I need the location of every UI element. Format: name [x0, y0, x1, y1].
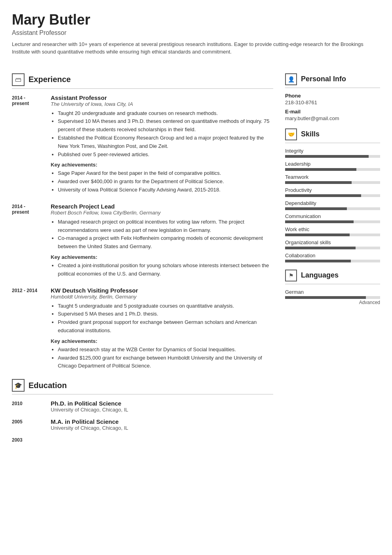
exp-bullet: Supervised 10 MA theses and 3 Ph.D. thes…: [58, 117, 273, 134]
exp-title: Assistant Professor: [51, 94, 273, 101]
exp-entry: 2012 - 2014KW Deutsch Visiting Professor…: [12, 287, 273, 371]
exp-title: KW Deutsch Visiting Professor: [51, 287, 273, 294]
full-name: Mary Butler: [12, 12, 380, 28]
skill-bar-bg: [285, 181, 380, 184]
exp-detail: KW Deutsch Visiting ProfessorHumboldt Un…: [51, 287, 273, 371]
exp-date: 2014 - present: [12, 94, 44, 194]
skill-name: Productivity: [285, 187, 380, 193]
edu-date: 2003: [12, 436, 44, 443]
skill-bar-fill: [285, 233, 350, 236]
skill-bar-bg: [285, 220, 380, 223]
lang-bar-bg: [285, 296, 380, 299]
achievement-item: Created a joint-institutional position f…: [58, 262, 273, 278]
exp-bullet: Taught 5 undergraduate and 5 postgraduat…: [58, 302, 273, 310]
languages-list: GermanAdvanced: [285, 289, 380, 305]
education-entries: 2010Ph.D. in Political ScienceUniversity…: [12, 400, 273, 443]
languages-title: Languages: [301, 271, 339, 279]
skill-bar-fill: [285, 155, 369, 158]
personal-info-header: 👤 Personal Info: [285, 73, 380, 85]
exp-detail: Assistant ProfessorThe University of Iow…: [51, 94, 273, 194]
skills-title: Skills: [301, 130, 320, 138]
experience-section-header: 🗃 Experience: [12, 73, 273, 86]
edu-degree: M.A. in Political Science: [51, 418, 128, 425]
skill-name: Collaboration: [285, 253, 380, 258]
languages-icon: ⚑: [285, 270, 297, 281]
main-content: 🗃 Experience 2014 - presentAssistant Pro…: [12, 66, 380, 449]
lang-bar-fill: [285, 296, 366, 299]
skill-bar-bg: [285, 194, 380, 197]
phone-label: Phone: [285, 93, 380, 99]
exp-bullets: Taught 20 undergraduate and graduate cou…: [51, 109, 273, 159]
exp-bullets: Taught 5 undergraduate and 5 postgraduat…: [51, 302, 273, 335]
exp-date: 2014 - present: [12, 203, 44, 278]
skill-name: Teamwork: [285, 174, 380, 180]
skill-name: Organizational skills: [285, 239, 380, 245]
edu-detail: Ph.D. in Political ScienceUniversity of …: [51, 400, 128, 413]
exp-bullet: Provided grant proposal support for exch…: [58, 318, 273, 335]
edu-date: 2005: [12, 418, 44, 431]
skill-name: Communication: [285, 213, 380, 219]
key-achievements-label: Key achievements:: [51, 254, 273, 260]
skill-bar-bg: [285, 155, 380, 158]
education-icon: 🎓: [12, 379, 25, 392]
skill-name: Dependability: [285, 200, 380, 206]
header: Mary Butler Assistant Professor Lecturer…: [12, 12, 380, 56]
job-title: Assistant Professor: [12, 29, 380, 36]
exp-bullet: Co-managed a project with Felix Hoffenhe…: [58, 234, 273, 251]
skill-bar-bg: [285, 168, 380, 171]
skills-divider: [285, 143, 380, 143]
skills-section-header: 🤝 Skills: [285, 128, 380, 140]
achievement-item: Sage Paper Award for the best paper in t…: [58, 169, 273, 178]
edu-detail: M.A. in Political ScienceUniversity of C…: [51, 418, 128, 431]
exp-bullet: Published over 5 peer-reviewed articles.: [58, 151, 273, 159]
exp-company: The University of Iowa, Iowa City, IA: [51, 101, 273, 107]
personal-divider: [285, 88, 380, 88]
resume-page: Mary Butler Assistant Professor Lecturer…: [0, 0, 392, 555]
summary-text: Lecturer and researcher with 10+ years o…: [12, 40, 380, 56]
skill-bar-bg: [285, 247, 380, 249]
skill-bar-fill: [285, 260, 351, 262]
exp-detail: Research Project LeadRobert Bosch Fellow…: [51, 203, 273, 278]
skill-bar-bg: [285, 260, 380, 262]
skill-bar-fill: [285, 181, 352, 184]
skills-list: IntegrityLeadershipTeamworkProductivityD…: [285, 148, 380, 262]
skill-name: Integrity: [285, 148, 380, 154]
right-column: 👤 Personal Info Phone 218-310-8761 E-mai…: [285, 66, 380, 449]
edu-school: University of Chicago, Chicago, IL: [51, 407, 128, 413]
key-achievements-label: Key achievements:: [51, 162, 273, 168]
exp-bullet: Managed research project on political in…: [58, 218, 273, 235]
languages-divider: [285, 284, 380, 284]
experience-title: Experience: [29, 75, 71, 84]
skill-bar-fill: [285, 220, 354, 223]
achievements-list: Created a joint-institutional position f…: [51, 262, 273, 278]
achievement-item: Awarded over $400,000 in grants for the …: [58, 178, 273, 186]
lang-level: Advanced: [285, 300, 380, 305]
edu-date: 2010: [12, 400, 44, 413]
achievement-item: Awarded $125,000 grant for exchange betw…: [58, 354, 273, 371]
edu-degree: Ph.D. in Political Science: [51, 400, 128, 407]
edu-entry: 2003: [12, 436, 273, 443]
edu-school: University of Chicago, Chicago, IL: [51, 425, 128, 431]
exp-date: 2012 - 2014: [12, 287, 44, 371]
exp-title: Research Project Lead: [51, 203, 273, 210]
skill-bar-bg: [285, 233, 380, 236]
left-column: 🗃 Experience 2014 - presentAssistant Pro…: [12, 66, 273, 449]
experience-divider: [12, 88, 273, 89]
education-section-header: 🎓 Education: [12, 379, 273, 392]
experience-icon: 🗃: [12, 73, 25, 86]
skill-name: Work ethic: [285, 226, 380, 232]
personal-icon: 👤: [285, 73, 297, 85]
personal-info-title: Personal Info: [301, 75, 346, 83]
skill-bar-fill: [285, 247, 356, 249]
education-divider: [12, 394, 273, 394]
skill-bar-fill: [285, 207, 347, 210]
education-title: Education: [29, 381, 67, 390]
exp-bullets: Managed research project on political in…: [51, 218, 273, 251]
exp-entry: 2014 - presentResearch Project LeadRober…: [12, 203, 273, 278]
experience-entries: 2014 - presentAssistant ProfessorThe Uni…: [12, 94, 273, 371]
exp-bullet: Supervised 5 MA theses and 1 Ph.D. thesi…: [58, 310, 273, 318]
achievement-item: Awarded research stay at the WZB Center …: [58, 346, 273, 354]
email-label: E-mail: [285, 109, 380, 115]
exp-bullet: Established the Political Economy Resear…: [58, 134, 273, 151]
skill-name: Leadership: [285, 161, 380, 167]
